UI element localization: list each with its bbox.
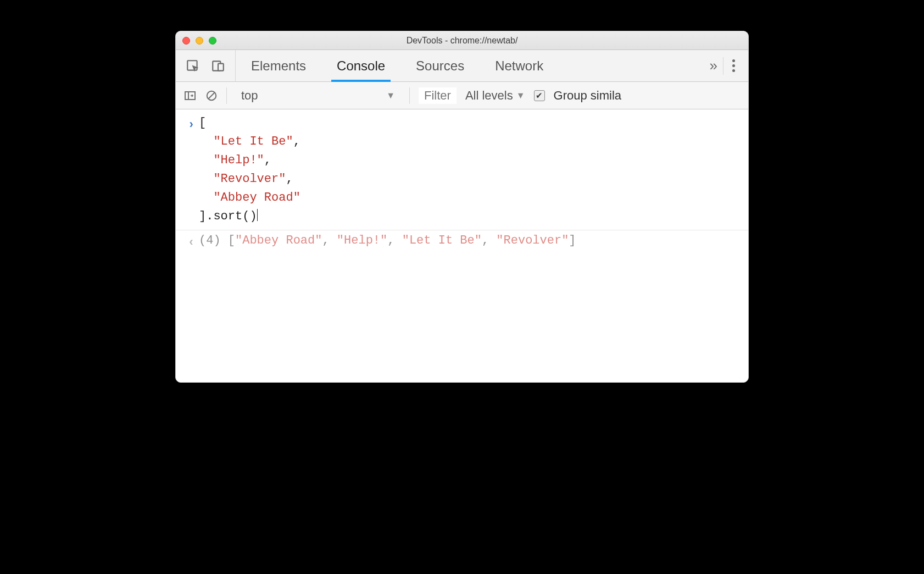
settings-menu-icon[interactable] <box>729 59 738 72</box>
tabstrip-right: » <box>700 50 748 81</box>
close-window-button[interactable] <box>182 37 190 45</box>
group-similar-checkbox[interactable]: ✔ <box>534 90 545 101</box>
tab-sources[interactable]: Sources <box>400 50 480 81</box>
svg-rect-2 <box>218 63 224 70</box>
chevron-down-icon: ▼ <box>516 91 525 101</box>
console-input-row[interactable]: › [ "Let It Be", "Help!", "Revolver", "A… <box>176 113 748 228</box>
console-filterbar: top ▼ Filter All levels ▼ ✔ Group simila <box>176 82 748 109</box>
tab-label: Elements <box>251 58 306 74</box>
devtools-window: DevTools - chrome://newtab/ Elements Con… <box>175 31 749 383</box>
tab-label: Network <box>495 58 543 74</box>
divider <box>723 57 723 75</box>
inspect-tools <box>176 50 236 81</box>
divider <box>226 87 227 104</box>
tab-label: Console <box>337 58 385 74</box>
inspect-element-icon[interactable] <box>186 59 200 73</box>
group-similar-label: Group simila <box>554 89 621 103</box>
device-toolbar-icon[interactable] <box>211 59 225 73</box>
console-output: › [ "Let It Be", "Help!", "Revolver", "A… <box>176 109 748 382</box>
tab-network[interactable]: Network <box>480 50 559 81</box>
window-titlebar: DevTools - chrome://newtab/ <box>176 31 748 50</box>
clear-console-icon[interactable] <box>205 90 218 102</box>
context-selector[interactable]: top ▼ <box>236 87 400 104</box>
more-tabs-icon[interactable]: » <box>710 57 717 74</box>
traffic-lights <box>182 37 216 45</box>
console-input-code[interactable]: [ "Let It Be", "Help!", "Revolver", "Abb… <box>199 114 741 227</box>
log-levels-label: All levels <box>465 89 513 103</box>
devtools-tabstrip: Elements Console Sources Network » <box>176 50 748 82</box>
input-chevron-icon: › <box>187 116 194 227</box>
console-result-row: ‹ (4) ["Abbey Road", "Help!", "Let It Be… <box>176 230 748 253</box>
chevron-down-icon: ▼ <box>386 91 395 101</box>
output-chevron-icon: ‹ <box>187 234 194 252</box>
tab-label: Sources <box>416 58 464 74</box>
minimize-window-button[interactable] <box>196 37 203 45</box>
svg-rect-3 <box>185 92 195 100</box>
filter-input[interactable]: Filter <box>419 87 457 104</box>
divider <box>409 87 410 104</box>
log-levels-selector[interactable]: All levels ▼ <box>465 89 525 103</box>
context-selector-value: top <box>241 89 258 103</box>
window-title: DevTools - chrome://newtab/ <box>176 36 748 46</box>
console-result-code: (4) ["Abbey Road", "Help!", "Let It Be",… <box>199 231 741 252</box>
tab-elements[interactable]: Elements <box>236 50 321 81</box>
tab-console[interactable]: Console <box>321 50 400 81</box>
show-console-sidebar-icon[interactable] <box>183 89 197 102</box>
zoom-window-button[interactable] <box>209 37 216 45</box>
panel-tabs: Elements Console Sources Network <box>236 50 700 81</box>
